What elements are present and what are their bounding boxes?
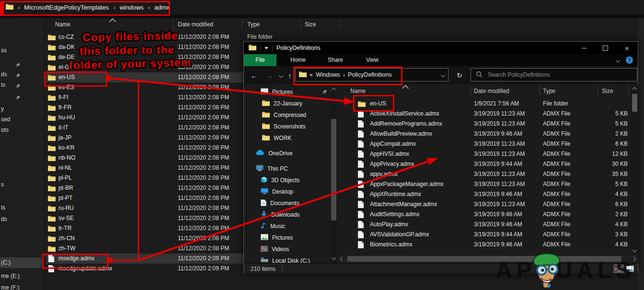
scrollbar-thumb[interactable] <box>632 94 637 112</box>
file-name: AllowBuildPreview.admx <box>370 129 432 139</box>
sidebar-item[interactable]: me (F:) <box>0 282 41 290</box>
column-header-size[interactable]: Size <box>602 88 613 94</box>
recent-locations-icon[interactable] <box>279 66 283 84</box>
scroll-left-icon[interactable] <box>340 257 345 262</box>
breadcrumb-item[interactable]: windows <box>120 4 144 11</box>
file-name: ActiveXInstallService.admx <box>370 109 439 119</box>
sidebar-item-label: Screenshots <box>274 123 306 130</box>
sidebar-item[interactable]: ts <box>0 80 41 90</box>
sidebar-item[interactable]: (C:) <box>0 257 41 268</box>
file-name: da-DK <box>58 42 75 52</box>
sidebar-item-label: ds <box>1 214 7 224</box>
file-name: AutoPlay.admx <box>370 220 408 230</box>
breadcrumb-item[interactable]: Windows <box>316 71 340 78</box>
file-size: 2 KB <box>585 209 628 220</box>
sidebar-item[interactable]: ts <box>0 202 41 213</box>
sidebar-item-label: Pictures <box>272 89 293 95</box>
up-button[interactable]: ↑ <box>288 66 292 84</box>
watermark-mascot-icon <box>526 253 571 290</box>
title-bar[interactable]: PolicyDefinitions × <box>244 42 638 54</box>
file-row[interactable]: AppXRuntime.admx3/19/2019 9:46 AMADMX Fi… <box>338 189 631 199</box>
file-row[interactable]: en-US1/9/2021 7:56 AMFile folder <box>338 99 631 109</box>
breadcrumb-item[interactable]: PolicyDefinitions <box>348 71 392 78</box>
file-row[interactable]: AppHVSI.admx3/19/2019 11:23 AMADMX File1… <box>338 149 631 159</box>
scrollbar-thumb[interactable] <box>331 119 336 220</box>
column-header-date[interactable]: Date modified <box>474 88 509 94</box>
maximize-button[interactable] <box>595 42 616 54</box>
file-row[interactable]: AVSValidationGP.admx3/19/2019 9:44 AMADM… <box>338 230 631 240</box>
column-divider[interactable] <box>173 20 173 30</box>
column-divider[interactable] <box>300 20 301 30</box>
file-row[interactable]: AddRemovePrograms.admx3/19/2019 11:23 AM… <box>338 119 631 129</box>
minimize-button[interactable] <box>573 42 595 54</box>
address-dropdown-icon[interactable] <box>441 72 446 77</box>
column-header-name[interactable]: Name <box>55 21 70 28</box>
quick-access-toolbar-icon[interactable] <box>264 47 268 49</box>
tab-home[interactable]: Home <box>283 54 313 66</box>
sidebar-item[interactable]: ots <box>0 125 41 135</box>
file-row[interactable]: ActiveXInstallService.admx3/19/2019 11:2… <box>338 109 631 119</box>
music-icon <box>261 222 266 231</box>
back-button[interactable]: ← <box>251 66 258 84</box>
sidebar-item[interactable]: ss <box>0 45 41 56</box>
sidebar-item[interactable] <box>0 58 41 69</box>
sidebar-item[interactable]: ds <box>0 69 41 80</box>
column-divider[interactable] <box>598 86 598 96</box>
forward-button[interactable]: → <box>266 66 273 84</box>
breadcrumb-item[interactable]: MicrosoftEdgePolicyTemplates <box>24 4 109 11</box>
column-divider[interactable] <box>540 86 540 96</box>
sidebar-item-label: s <box>1 179 4 190</box>
sidebar-scrollbar[interactable] <box>330 84 337 263</box>
column-header-date[interactable]: Date modified <box>178 21 213 28</box>
scroll-up-icon[interactable] <box>332 88 336 93</box>
tab-file[interactable]: File <box>244 54 276 66</box>
help-icon[interactable]: ? <box>626 57 633 64</box>
file-row[interactable]: AuditSettings.admx3/19/2019 9:46 AMADMX … <box>338 209 631 220</box>
sidebar-item[interactable]: me (E:) <box>0 271 41 281</box>
folder-icon <box>6 3 13 11</box>
scroll-up-icon[interactable] <box>632 87 637 92</box>
column-divider[interactable] <box>628 86 629 96</box>
file-row[interactable]: AttachmentManager.admx3/19/2019 11:23 AM… <box>338 199 631 209</box>
sidebar-item[interactable]: y <box>0 104 41 114</box>
column-divider[interactable] <box>471 86 471 96</box>
scroll-down-icon[interactable] <box>632 248 637 253</box>
breadcrumb-item[interactable]: admx <box>154 4 170 11</box>
column-divider[interactable] <box>339 20 340 30</box>
file-row[interactable]: AppCompat.admx3/19/2019 11:23 AMADMX Fil… <box>338 139 631 149</box>
file-row[interactable]: AutoPlay.admx3/19/2019 9:46 AMADMX File4… <box>338 220 631 230</box>
sidebar-item-onedrive[interactable]: OneDrive <box>244 148 341 159</box>
tab-share[interactable]: Share <box>321 54 350 66</box>
column-header-name[interactable]: Name <box>350 88 366 94</box>
address-bar[interactable]: « Windows › PolicyDefinitions <box>295 68 448 81</box>
sidebar-item-this-pc[interactable]: This PC <box>244 163 341 174</box>
refresh-button[interactable]: ↻ <box>457 66 462 84</box>
back-address-bar[interactable]: › MicrosoftEdgePolicyTemplates › windows… <box>0 0 644 14</box>
search-box[interactable] <box>471 68 637 81</box>
file-row[interactable]: AppPrivacy.admx3/19/2019 9:44 AMADMX Fil… <box>338 159 631 169</box>
breadcrumb-separator-icon: › <box>343 71 345 79</box>
column-header-size[interactable]: Size <box>305 21 316 28</box>
sidebar-item[interactable] <box>0 91 41 102</box>
column-header-type[interactable]: Type <box>543 88 555 94</box>
ribbon-collapse-icon[interactable] <box>616 58 621 63</box>
close-button[interactable]: × <box>616 42 638 54</box>
tab-view[interactable]: View <box>359 54 386 66</box>
file-date: 3/19/2019 11:23 AM <box>474 179 525 189</box>
file-name: AppHVSI.admx <box>370 149 409 159</box>
column-header-type[interactable]: Type <box>247 21 260 28</box>
file-row[interactable]: appv.admx3/19/2019 11:23 AMADMX File35 K… <box>338 169 631 179</box>
file-row[interactable]: AllowBuildPreview.admx3/19/2019 9:46 AMA… <box>338 129 631 139</box>
back-window-scrollbar[interactable] <box>638 18 644 290</box>
sidebar-item[interactable]: sed <box>0 114 41 125</box>
list-scrollbar[interactable] <box>631 84 638 255</box>
search-input[interactable] <box>487 71 609 79</box>
file-row[interactable]: AppxPackageManager.admx3/19/2019 11:23 A… <box>338 179 631 189</box>
folder-icon <box>249 44 256 52</box>
scroll-down-icon[interactable] <box>332 255 336 260</box>
column-divider[interactable] <box>242 20 242 30</box>
file-row[interactable]: Biometrics.admx3/19/2019 9:46 AMADMX Fil… <box>338 240 631 250</box>
sidebar-item[interactable]: s <box>0 179 41 190</box>
file-type: ADMX File <box>543 149 570 159</box>
sidebar-item[interactable]: ds <box>0 214 41 224</box>
